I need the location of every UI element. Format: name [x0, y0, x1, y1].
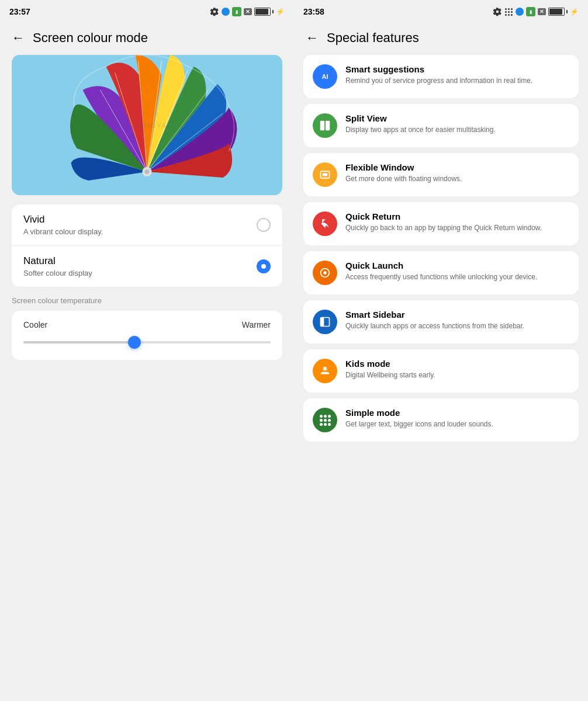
quick-launch-icon	[313, 261, 337, 285]
colour-mode-card: Vivid A vibrant colour display. Natural …	[12, 204, 282, 287]
left-back-button[interactable]: ←	[12, 30, 25, 46]
split-view-icon	[313, 113, 337, 138]
right-battery	[548, 8, 568, 16]
simple-mode-title: Simple mode	[345, 408, 493, 418]
flexible-window-text: Flexible Window Get more done with float…	[345, 162, 462, 184]
natural-title: Natural	[23, 255, 92, 267]
temperature-card: Cooler Warmer	[12, 311, 282, 360]
right-dot-grid-icon	[504, 8, 513, 16]
slider-fill	[23, 341, 134, 343]
feature-smart-sidebar[interactable]: Smart Sidebar Quickly launch apps or acc…	[303, 300, 579, 343]
natural-subtitle: Softer colour display	[23, 269, 92, 277]
right-bolt-icon: ⚡	[570, 8, 579, 16]
bolt-icon: ⚡	[276, 8, 285, 16]
svg-rect-18	[321, 318, 324, 327]
vivid-option[interactable]: Vivid A vibrant colour display.	[12, 204, 282, 246]
split-view-text: Split View Display two apps at once for …	[345, 113, 496, 135]
vivid-subtitle: A vibrant colour display.	[23, 227, 103, 236]
gear-icon	[210, 7, 219, 16]
right-panel: 23:58 ▮ ✕	[294, 0, 588, 701]
smart-suggestions-title: Smart suggestions	[345, 64, 532, 74]
battery-indicator	[254, 8, 274, 16]
left-time: 23:57	[9, 7, 30, 16]
vivid-radio[interactable]	[257, 218, 271, 232]
right-gear-icon	[493, 7, 502, 16]
natural-radio[interactable]	[257, 259, 271, 273]
left-status-bar: 23:57 ▮ ✕ ⚡	[0, 0, 294, 23]
split-view-title: Split View	[345, 113, 496, 123]
right-status-bar: 23:58 ▮ ✕	[294, 0, 588, 23]
flexible-window-icon	[313, 162, 337, 187]
svg-rect-14	[323, 173, 327, 176]
x-badge-icon: ✕	[244, 8, 252, 15]
vivid-title: Vivid	[23, 214, 103, 225]
feature-split-view[interactable]: Split View Display two apps at once for …	[303, 104, 579, 147]
right-time: 23:58	[303, 7, 324, 16]
blue-dot-icon	[222, 8, 230, 16]
kids-mode-text: Kids mode Digital Wellbeing starts early…	[345, 359, 435, 380]
right-status-icons: ▮ ✕ ⚡	[493, 7, 579, 16]
feature-smart-suggestions[interactable]: AI Smart suggestions Remind you of servi…	[303, 55, 579, 98]
temperature-slider[interactable]	[23, 336, 271, 348]
split-view-desc: Display two apps at once for easier mult…	[345, 125, 496, 135]
quick-return-text: Quick Return Quickly go back to an app b…	[345, 211, 542, 233]
smart-sidebar-icon	[313, 310, 337, 334]
flexible-window-desc: Get more done with floating windows.	[345, 174, 462, 184]
svg-point-16	[323, 271, 327, 275]
svg-point-21	[326, 368, 327, 369]
feature-quick-return[interactable]: Quick Return Quickly go back to an app b…	[303, 202, 579, 245]
parachute-svg: MOBIGYAAN	[12, 55, 282, 195]
simple-mode-icon	[313, 408, 337, 432]
cooler-label: Cooler	[23, 320, 47, 329]
quick-launch-desc: Access frequently used functions while u…	[345, 272, 537, 282]
vivid-text: Vivid A vibrant colour display.	[23, 214, 103, 236]
left-page-title: Screen colour mode	[33, 30, 148, 46]
smart-sidebar-title: Smart Sidebar	[345, 310, 524, 320]
smart-sidebar-desc: Quickly launch apps or access functions …	[345, 321, 524, 331]
simple-mode-text: Simple mode Get larger text, bigger icon…	[345, 408, 493, 429]
quick-return-title: Quick Return	[345, 211, 542, 221]
smart-suggestions-icon: AI	[313, 64, 337, 89]
kids-mode-title: Kids mode	[345, 359, 435, 369]
svg-point-9	[145, 169, 150, 174]
feature-quick-launch[interactable]: Quick Launch Access frequently used func…	[303, 251, 579, 294]
kids-mode-desc: Digital Wellbeing starts early.	[345, 370, 435, 380]
green-square-icon: ▮	[232, 7, 241, 16]
feature-list: AI Smart suggestions Remind you of servi…	[294, 55, 588, 701]
feature-kids-mode[interactable]: Kids mode Digital Wellbeing starts early…	[303, 349, 579, 393]
quick-return-icon	[313, 211, 337, 236]
flexible-window-title: Flexible Window	[345, 162, 462, 172]
left-status-icons: ▮ ✕ ⚡	[210, 7, 285, 16]
svg-point-20	[323, 368, 324, 369]
right-back-button[interactable]: ←	[306, 30, 319, 46]
svg-rect-11	[320, 121, 324, 131]
svg-text:MOBIGYAAN: MOBIGYAAN	[130, 122, 179, 129]
feature-flexible-window[interactable]: Flexible Window Get more done with float…	[303, 153, 579, 196]
parachute-image: MOBIGYAAN	[12, 55, 282, 195]
right-blue-dot	[516, 8, 524, 16]
right-page-header: ← Special features	[294, 23, 588, 55]
quick-launch-title: Quick Launch	[345, 261, 537, 270]
simple-mode-desc: Get larger text, bigger icons and louder…	[345, 419, 493, 429]
temperature-label: Screen colour temperature	[12, 296, 282, 305]
slider-thumb[interactable]	[128, 336, 141, 349]
right-x-badge: ✕	[538, 8, 546, 15]
right-page-title: Special features	[327, 30, 419, 46]
left-panel: 23:57 ▮ ✕ ⚡ ← Screen	[0, 0, 294, 701]
warmer-label: Warmer	[242, 320, 271, 329]
right-green-square: ▮	[526, 7, 535, 16]
feature-simple-mode[interactable]: Simple mode Get larger text, bigger icon…	[303, 398, 579, 442]
temperature-section: Screen colour temperature Cooler Warmer	[12, 296, 282, 360]
quick-launch-text: Quick Launch Access frequently used func…	[345, 261, 537, 282]
temperature-header: Cooler Warmer	[23, 320, 271, 329]
kids-mode-icon	[313, 359, 337, 383]
smart-suggestions-text: Smart suggestions Remind you of service …	[345, 64, 532, 86]
smart-sidebar-text: Smart Sidebar Quickly launch apps or acc…	[345, 310, 524, 331]
left-page-header: ← Screen colour mode	[0, 23, 294, 55]
natural-option[interactable]: Natural Softer colour display	[12, 246, 282, 287]
quick-return-desc: Quickly go back to an app by tapping the…	[345, 223, 542, 233]
natural-text: Natural Softer colour display	[23, 255, 92, 277]
slider-track	[23, 341, 271, 343]
svg-rect-12	[326, 121, 330, 131]
smart-suggestions-desc: Remind you of service progress and infor…	[345, 76, 532, 86]
